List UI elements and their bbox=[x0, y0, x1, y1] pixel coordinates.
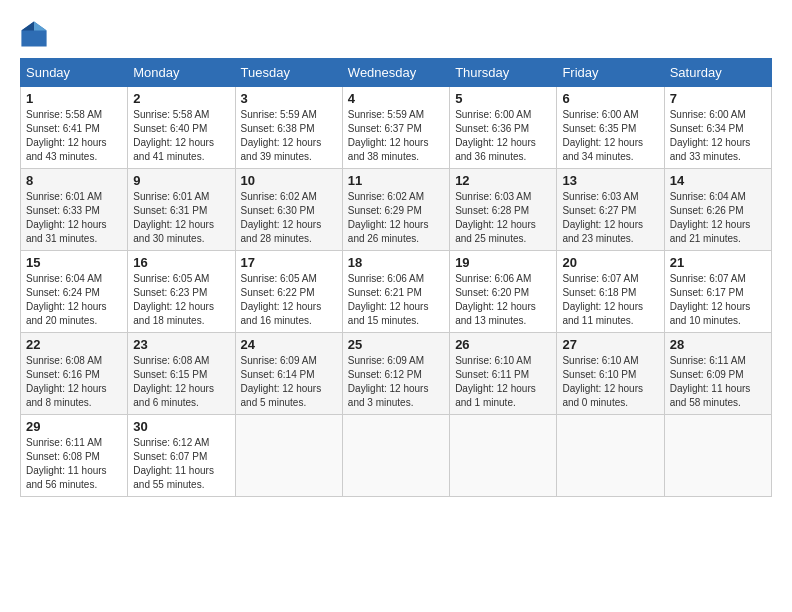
day-info: Sunrise: 6:07 AMSunset: 6:17 PMDaylight:… bbox=[670, 273, 751, 326]
day-header-wednesday: Wednesday bbox=[342, 59, 449, 87]
day-info: Sunrise: 6:06 AMSunset: 6:20 PMDaylight:… bbox=[455, 273, 536, 326]
day-info: Sunrise: 6:04 AMSunset: 6:24 PMDaylight:… bbox=[26, 273, 107, 326]
day-number: 25 bbox=[348, 337, 444, 352]
day-info: Sunrise: 5:59 AMSunset: 6:38 PMDaylight:… bbox=[241, 109, 322, 162]
calendar-cell: 18 Sunrise: 6:06 AMSunset: 6:21 PMDaylig… bbox=[342, 251, 449, 333]
day-info: Sunrise: 5:58 AMSunset: 6:41 PMDaylight:… bbox=[26, 109, 107, 162]
calendar-cell: 1 Sunrise: 5:58 AMSunset: 6:41 PMDayligh… bbox=[21, 87, 128, 169]
day-info: Sunrise: 6:02 AMSunset: 6:30 PMDaylight:… bbox=[241, 191, 322, 244]
day-header-saturday: Saturday bbox=[664, 59, 771, 87]
day-header-sunday: Sunday bbox=[21, 59, 128, 87]
svg-marker-2 bbox=[21, 21, 34, 30]
day-number: 22 bbox=[26, 337, 122, 352]
calendar-cell: 26 Sunrise: 6:10 AMSunset: 6:11 PMDaylig… bbox=[450, 333, 557, 415]
calendar-cell: 6 Sunrise: 6:00 AMSunset: 6:35 PMDayligh… bbox=[557, 87, 664, 169]
calendar-cell: 13 Sunrise: 6:03 AMSunset: 6:27 PMDaylig… bbox=[557, 169, 664, 251]
calendar-cell: 3 Sunrise: 5:59 AMSunset: 6:38 PMDayligh… bbox=[235, 87, 342, 169]
day-number: 2 bbox=[133, 91, 229, 106]
calendar-cell: 29 Sunrise: 6:11 AMSunset: 6:08 PMDaylig… bbox=[21, 415, 128, 497]
day-info: Sunrise: 6:03 AMSunset: 6:27 PMDaylight:… bbox=[562, 191, 643, 244]
day-number: 28 bbox=[670, 337, 766, 352]
svg-marker-1 bbox=[34, 21, 47, 30]
calendar-week-row: 8 Sunrise: 6:01 AMSunset: 6:33 PMDayligh… bbox=[21, 169, 772, 251]
calendar-cell: 20 Sunrise: 6:07 AMSunset: 6:18 PMDaylig… bbox=[557, 251, 664, 333]
calendar-cell bbox=[342, 415, 449, 497]
calendar-cell bbox=[664, 415, 771, 497]
calendar-cell: 5 Sunrise: 6:00 AMSunset: 6:36 PMDayligh… bbox=[450, 87, 557, 169]
calendar-cell: 4 Sunrise: 5:59 AMSunset: 6:37 PMDayligh… bbox=[342, 87, 449, 169]
day-info: Sunrise: 6:10 AMSunset: 6:11 PMDaylight:… bbox=[455, 355, 536, 408]
calendar-cell: 27 Sunrise: 6:10 AMSunset: 6:10 PMDaylig… bbox=[557, 333, 664, 415]
day-number: 10 bbox=[241, 173, 337, 188]
calendar-header-row: SundayMondayTuesdayWednesdayThursdayFrid… bbox=[21, 59, 772, 87]
day-number: 8 bbox=[26, 173, 122, 188]
day-number: 9 bbox=[133, 173, 229, 188]
day-info: Sunrise: 6:01 AMSunset: 6:31 PMDaylight:… bbox=[133, 191, 214, 244]
day-number: 23 bbox=[133, 337, 229, 352]
day-info: Sunrise: 6:09 AMSunset: 6:14 PMDaylight:… bbox=[241, 355, 322, 408]
calendar-week-row: 29 Sunrise: 6:11 AMSunset: 6:08 PMDaylig… bbox=[21, 415, 772, 497]
day-header-monday: Monday bbox=[128, 59, 235, 87]
calendar-cell: 25 Sunrise: 6:09 AMSunset: 6:12 PMDaylig… bbox=[342, 333, 449, 415]
day-info: Sunrise: 6:08 AMSunset: 6:15 PMDaylight:… bbox=[133, 355, 214, 408]
calendar-cell: 24 Sunrise: 6:09 AMSunset: 6:14 PMDaylig… bbox=[235, 333, 342, 415]
calendar-cell: 16 Sunrise: 6:05 AMSunset: 6:23 PMDaylig… bbox=[128, 251, 235, 333]
calendar-cell: 12 Sunrise: 6:03 AMSunset: 6:28 PMDaylig… bbox=[450, 169, 557, 251]
day-info: Sunrise: 6:10 AMSunset: 6:10 PMDaylight:… bbox=[562, 355, 643, 408]
day-header-friday: Friday bbox=[557, 59, 664, 87]
day-info: Sunrise: 6:04 AMSunset: 6:26 PMDaylight:… bbox=[670, 191, 751, 244]
calendar-cell: 21 Sunrise: 6:07 AMSunset: 6:17 PMDaylig… bbox=[664, 251, 771, 333]
day-number: 30 bbox=[133, 419, 229, 434]
day-number: 24 bbox=[241, 337, 337, 352]
day-header-tuesday: Tuesday bbox=[235, 59, 342, 87]
calendar-cell: 10 Sunrise: 6:02 AMSunset: 6:30 PMDaylig… bbox=[235, 169, 342, 251]
day-number: 7 bbox=[670, 91, 766, 106]
day-number: 17 bbox=[241, 255, 337, 270]
day-number: 4 bbox=[348, 91, 444, 106]
logo bbox=[20, 20, 52, 48]
day-info: Sunrise: 6:11 AMSunset: 6:08 PMDaylight:… bbox=[26, 437, 107, 490]
day-info: Sunrise: 6:11 AMSunset: 6:09 PMDaylight:… bbox=[670, 355, 751, 408]
day-number: 18 bbox=[348, 255, 444, 270]
day-info: Sunrise: 6:05 AMSunset: 6:22 PMDaylight:… bbox=[241, 273, 322, 326]
day-number: 3 bbox=[241, 91, 337, 106]
day-info: Sunrise: 6:02 AMSunset: 6:29 PMDaylight:… bbox=[348, 191, 429, 244]
logo-icon bbox=[20, 20, 48, 48]
calendar-cell: 11 Sunrise: 6:02 AMSunset: 6:29 PMDaylig… bbox=[342, 169, 449, 251]
day-header-thursday: Thursday bbox=[450, 59, 557, 87]
day-info: Sunrise: 6:00 AMSunset: 6:36 PMDaylight:… bbox=[455, 109, 536, 162]
calendar-cell: 9 Sunrise: 6:01 AMSunset: 6:31 PMDayligh… bbox=[128, 169, 235, 251]
day-number: 26 bbox=[455, 337, 551, 352]
day-info: Sunrise: 6:08 AMSunset: 6:16 PMDaylight:… bbox=[26, 355, 107, 408]
day-number: 6 bbox=[562, 91, 658, 106]
day-number: 20 bbox=[562, 255, 658, 270]
calendar-cell bbox=[235, 415, 342, 497]
day-number: 5 bbox=[455, 91, 551, 106]
day-info: Sunrise: 6:05 AMSunset: 6:23 PMDaylight:… bbox=[133, 273, 214, 326]
page-header bbox=[20, 20, 772, 48]
day-number: 21 bbox=[670, 255, 766, 270]
day-info: Sunrise: 6:06 AMSunset: 6:21 PMDaylight:… bbox=[348, 273, 429, 326]
day-number: 14 bbox=[670, 173, 766, 188]
calendar-week-row: 1 Sunrise: 5:58 AMSunset: 6:41 PMDayligh… bbox=[21, 87, 772, 169]
calendar-table: SundayMondayTuesdayWednesdayThursdayFrid… bbox=[20, 58, 772, 497]
day-info: Sunrise: 6:09 AMSunset: 6:12 PMDaylight:… bbox=[348, 355, 429, 408]
calendar-cell: 23 Sunrise: 6:08 AMSunset: 6:15 PMDaylig… bbox=[128, 333, 235, 415]
day-number: 12 bbox=[455, 173, 551, 188]
day-number: 1 bbox=[26, 91, 122, 106]
day-info: Sunrise: 5:58 AMSunset: 6:40 PMDaylight:… bbox=[133, 109, 214, 162]
day-info: Sunrise: 6:12 AMSunset: 6:07 PMDaylight:… bbox=[133, 437, 214, 490]
calendar-cell: 7 Sunrise: 6:00 AMSunset: 6:34 PMDayligh… bbox=[664, 87, 771, 169]
calendar-cell: 14 Sunrise: 6:04 AMSunset: 6:26 PMDaylig… bbox=[664, 169, 771, 251]
calendar-cell: 30 Sunrise: 6:12 AMSunset: 6:07 PMDaylig… bbox=[128, 415, 235, 497]
day-number: 29 bbox=[26, 419, 122, 434]
day-info: Sunrise: 6:00 AMSunset: 6:35 PMDaylight:… bbox=[562, 109, 643, 162]
day-number: 27 bbox=[562, 337, 658, 352]
calendar-week-row: 22 Sunrise: 6:08 AMSunset: 6:16 PMDaylig… bbox=[21, 333, 772, 415]
day-info: Sunrise: 5:59 AMSunset: 6:37 PMDaylight:… bbox=[348, 109, 429, 162]
calendar-cell: 15 Sunrise: 6:04 AMSunset: 6:24 PMDaylig… bbox=[21, 251, 128, 333]
calendar-cell: 28 Sunrise: 6:11 AMSunset: 6:09 PMDaylig… bbox=[664, 333, 771, 415]
day-number: 13 bbox=[562, 173, 658, 188]
day-number: 15 bbox=[26, 255, 122, 270]
day-info: Sunrise: 6:03 AMSunset: 6:28 PMDaylight:… bbox=[455, 191, 536, 244]
